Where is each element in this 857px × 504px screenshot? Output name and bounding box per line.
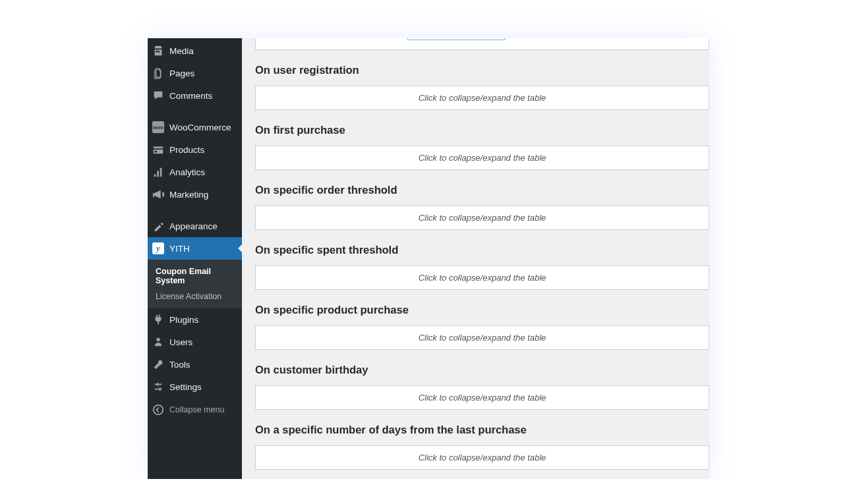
section-heading: On user registration xyxy=(255,50,709,86)
products-icon xyxy=(152,143,165,156)
settings-icon xyxy=(152,380,165,393)
collapse-expand-bar[interactable]: Click to collapse/expand the table xyxy=(255,206,709,230)
sidebar-item-pages[interactable]: Pages xyxy=(148,62,242,84)
analytics-icon xyxy=(152,165,165,179)
main-content: On user registration Click to collapse/e… xyxy=(242,38,709,479)
section-heading: On specific order threshold xyxy=(255,170,709,206)
collapse-icon xyxy=(152,403,165,416)
sidebar-item-media[interactable]: Media xyxy=(148,40,242,62)
appearance-icon xyxy=(152,219,165,233)
tools-icon xyxy=(152,358,165,371)
section-heading: On specific spent threshold xyxy=(255,230,709,266)
section-heading: On customer birthday xyxy=(255,350,709,385)
yith-icon: y xyxy=(152,242,165,255)
section-heading: On specific product purchase xyxy=(255,290,709,325)
sidebar-item-label: WooCommerce xyxy=(169,123,231,132)
media-icon xyxy=(152,44,165,57)
menu-separator xyxy=(148,206,242,215)
pages-icon xyxy=(152,67,165,80)
collapse-expand-bar[interactable]: Click to collapse/expand the table xyxy=(255,385,709,410)
collapse-expand-bar[interactable]: Click to collapse/expand the table xyxy=(255,445,709,470)
sidebar-item-label: Tools xyxy=(169,360,191,370)
sidebar-item-label: YITH xyxy=(169,244,190,254)
sidebar-item-users[interactable]: Users xyxy=(148,331,242,353)
sidebar-item-woocommerce[interactable]: woo WooCommerce xyxy=(148,116,242,138)
sidebar-item-label: Pages xyxy=(169,69,194,78)
yith-submenu: Coupon Email System License Activation xyxy=(148,260,242,308)
submenu-item-coupon[interactable]: Coupon Email System xyxy=(148,264,242,289)
sidebar-item-tools[interactable]: Tools xyxy=(148,353,242,376)
collapse-label: Collapse menu xyxy=(169,405,224,414)
sidebar-item-plugins[interactable]: Plugins xyxy=(148,308,242,331)
sidebar-item-label: Analytics xyxy=(169,167,205,177)
sidebar-item-label: Marketing xyxy=(169,190,208,200)
sidebar-item-label: Users xyxy=(169,337,192,347)
sidebar-item-settings[interactable]: Settings xyxy=(148,376,242,398)
marketing-icon xyxy=(152,188,165,201)
comments-icon xyxy=(152,89,165,102)
sidebar-item-comments[interactable]: Comments xyxy=(148,84,242,107)
collapse-expand-bar[interactable]: Click to collapse/expand the table xyxy=(255,266,709,290)
users-icon xyxy=(152,335,165,349)
admin-sidebar: Media Pages Comments woo WooCommerce xyxy=(148,38,242,479)
collapse-expand-bar[interactable]: Click to collapse/expand the table xyxy=(255,325,709,350)
woocommerce-icon: woo xyxy=(152,121,165,134)
sidebar-item-label: Plugins xyxy=(169,315,198,325)
sidebar-item-marketing[interactable]: Marketing xyxy=(148,183,242,206)
sidebar-item-appearance[interactable]: Appearance xyxy=(148,215,242,237)
sidebar-item-label: Appearance xyxy=(169,221,218,231)
section-heading: On a specific number of days from the la… xyxy=(255,410,709,445)
section-heading: On first purchase xyxy=(255,110,709,146)
partial-top-panel xyxy=(255,38,709,50)
sidebar-item-label: Settings xyxy=(169,382,202,392)
submenu-item-license[interactable]: License Activation xyxy=(148,289,242,304)
sidebar-item-yith[interactable]: y YITH xyxy=(148,237,242,260)
collapse-expand-bar[interactable]: Click to collapse/expand the table xyxy=(255,146,709,170)
collapse-expand-bar[interactable]: Click to collapse/expand the table xyxy=(255,86,709,110)
collapse-menu[interactable]: Collapse menu xyxy=(148,398,242,422)
sidebar-item-analytics[interactable]: Analytics xyxy=(148,161,242,183)
partial-input-outline xyxy=(407,38,506,40)
plugins-icon xyxy=(152,313,165,326)
sidebar-item-label: Comments xyxy=(169,91,212,101)
sidebar-item-products[interactable]: Products xyxy=(148,138,242,161)
svg-point-0 xyxy=(154,405,163,414)
sidebar-item-label: Products xyxy=(169,145,204,155)
menu-separator xyxy=(148,107,242,116)
sidebar-item-label: Media xyxy=(169,46,194,56)
